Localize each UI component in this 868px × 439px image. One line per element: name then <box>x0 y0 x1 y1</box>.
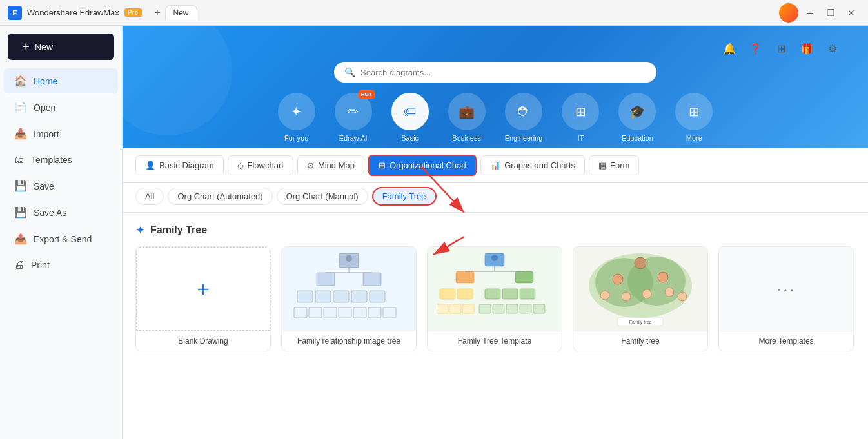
new-button[interactable]: ＋ New <box>8 34 114 60</box>
search-input[interactable] <box>360 68 646 77</box>
svg-rect-16 <box>368 307 381 318</box>
template-label-family-tree: Family tree <box>573 331 707 351</box>
svg-rect-17 <box>383 307 396 318</box>
new-tab-button[interactable]: ＋ <box>150 5 165 21</box>
sidebar-item-open[interactable]: 📄 Open <box>4 95 118 120</box>
basic-diagram-icon: 👤 <box>145 161 155 170</box>
cat-edraw-ai[interactable]: ✏ HOT Edraw AI <box>335 93 372 142</box>
template-card-family-template[interactable]: Family Tree Template <box>427 246 562 351</box>
new-button-label: New <box>35 42 53 52</box>
svg-rect-9 <box>351 291 367 302</box>
help-icon[interactable]: ❓ <box>745 39 765 58</box>
maximize-button[interactable]: ❐ <box>822 4 840 22</box>
template-card-family-img[interactable]: Family relationship image tree <box>281 246 417 351</box>
sidebar-item-templates[interactable]: 🗂 Templates <box>4 148 118 172</box>
logo-icon: E <box>8 6 22 20</box>
sidebar-item-home[interactable]: 🏠 Home <box>4 68 118 93</box>
sub-tab-org-chart[interactable]: ⊞ Organizational Chart <box>368 155 477 176</box>
svg-rect-21 <box>515 271 533 283</box>
cat-label-education: Education <box>622 134 653 142</box>
cat-label-engineering: Engineering <box>505 134 543 142</box>
sub-tab-org-chart-label: Organizational Chart <box>390 161 466 170</box>
template-card-family-tree[interactable]: Family tree Family tree <box>573 246 708 351</box>
grid-icon[interactable]: ⊞ <box>771 39 791 58</box>
svg-point-43 <box>600 291 609 300</box>
app-body: ＋ New 🏠 Home 📄 Open 📥 Import 🗂 Templates… <box>0 26 868 439</box>
sub-tab-basic-diagram[interactable]: 👤 Basic Diagram <box>135 155 224 175</box>
cat-label-business: Business <box>452 134 481 142</box>
search-icon: 🔍 <box>344 67 355 77</box>
svg-point-47 <box>678 292 687 301</box>
cat-it[interactable]: ⊞ IT <box>562 93 599 142</box>
svg-rect-34 <box>506 304 518 313</box>
cat-label-more: More <box>686 134 702 142</box>
filter-tab-org-manual[interactable]: Org Chart (Manual) <box>277 188 368 205</box>
filter-tab-all-label: All <box>145 191 154 201</box>
svg-rect-29 <box>437 304 448 313</box>
svg-rect-3 <box>363 273 381 286</box>
search-bar: 🔍 <box>334 62 656 83</box>
cat-engineering[interactable]: ⛑ Engineering <box>505 93 543 142</box>
family-tree-thumb: Family tree <box>573 247 707 331</box>
close-button[interactable]: ✕ <box>842 4 860 22</box>
gift-icon[interactable]: 🎁 <box>797 39 816 58</box>
sub-tab-flowchart[interactable]: ◇ Flowchart <box>228 155 293 175</box>
main-content: 🔔 ❓ ⊞ 🎁 ⚙ 🔍 ✦ For you <box>123 26 868 439</box>
sidebar-item-export[interactable]: 📤 Export & Send <box>4 226 118 251</box>
template-card-blank[interactable]: ＋ Blank Drawing <box>135 246 271 351</box>
cat-circle-education: 🎓 <box>618 93 656 130</box>
plus-icon: ＋ <box>21 40 31 54</box>
section-icon: ✦ <box>135 223 145 237</box>
edraw-ai-icon: ✏ <box>348 104 359 119</box>
hot-badge: HOT <box>359 90 375 99</box>
filter-tabs: All Org Chart (Automated) Org Chart (Man… <box>135 187 855 206</box>
sub-tab-mind-map-label: Mind Map <box>318 161 355 170</box>
svg-rect-27 <box>502 289 518 299</box>
sub-tabs-area: 👤 Basic Diagram ◇ Flowchart ⊙ Mind Map ⊞… <box>123 148 868 183</box>
family-template-thumb <box>428 247 562 331</box>
filter-tab-org-automated[interactable]: Org Chart (Automated) <box>168 188 272 205</box>
filter-tab-family-tree[interactable]: Family Tree <box>372 187 437 206</box>
filter-tab-all[interactable]: All <box>135 188 164 205</box>
settings-icon[interactable]: ⚙ <box>823 39 842 58</box>
it-icon: ⊞ <box>575 104 586 119</box>
cat-circle-edraw-ai: ✏ HOT <box>335 93 372 130</box>
svg-rect-36 <box>533 304 545 313</box>
template-card-more[interactable]: ··· More Templates <box>718 246 854 351</box>
cat-more[interactable]: ⊞ More <box>675 93 713 142</box>
mind-map-icon: ⊙ <box>307 161 314 170</box>
sidebar-item-print[interactable]: 🖨 Print <box>4 253 118 277</box>
sidebar-item-save-as[interactable]: 💾 Save As <box>4 200 118 225</box>
sidebar: ＋ New 🏠 Home 📄 Open 📥 Import 🗂 Templates… <box>0 26 123 439</box>
svg-rect-30 <box>449 304 461 313</box>
sub-tab-mind-map[interactable]: ⊙ Mind Map <box>297 155 364 175</box>
sidebar-label-import: Import <box>34 129 59 139</box>
svg-rect-15 <box>353 307 366 318</box>
sidebar-item-import[interactable]: 📥 Import <box>4 121 118 146</box>
title-tab[interactable]: New <box>165 5 197 20</box>
templates-icon: 🗂 <box>14 154 25 166</box>
svg-rect-32 <box>479 304 491 313</box>
svg-rect-35 <box>520 304 531 313</box>
more-dots-icon: ··· <box>776 278 795 299</box>
flowchart-icon: ◇ <box>237 161 244 170</box>
sidebar-item-save[interactable]: 💾 Save <box>4 173 118 199</box>
svg-point-45 <box>642 289 651 298</box>
sub-tab-graphs[interactable]: 📊 Graphs and Charts <box>480 155 585 175</box>
cat-circle-for-you: ✦ <box>278 93 315 130</box>
category-icons: ✦ For you ✏ HOT Edraw AI 🏷 Basic <box>148 93 842 142</box>
avatar[interactable] <box>779 3 798 23</box>
svg-point-1 <box>346 255 352 262</box>
cat-basic[interactable]: 🏷 Basic <box>391 93 429 142</box>
app-logo: E Wondershare EdrawMax Pro <box>8 6 142 20</box>
sidebar-label-home: Home <box>34 76 57 86</box>
svg-rect-28 <box>520 289 535 299</box>
cat-for-you[interactable]: ✦ For you <box>278 93 315 142</box>
titlebar: E Wondershare EdrawMax Pro ＋ New ─ ❐ ✕ <box>0 0 868 26</box>
cat-education[interactable]: 🎓 Education <box>618 93 656 142</box>
cat-business[interactable]: 💼 Business <box>448 93 486 142</box>
sub-tab-graphs-label: Graphs and Charts <box>504 161 575 170</box>
minimize-button[interactable]: ─ <box>801 4 819 22</box>
notification-icon[interactable]: 🔔 <box>720 39 739 58</box>
sub-tab-form[interactable]: ▦ Form <box>589 155 639 175</box>
